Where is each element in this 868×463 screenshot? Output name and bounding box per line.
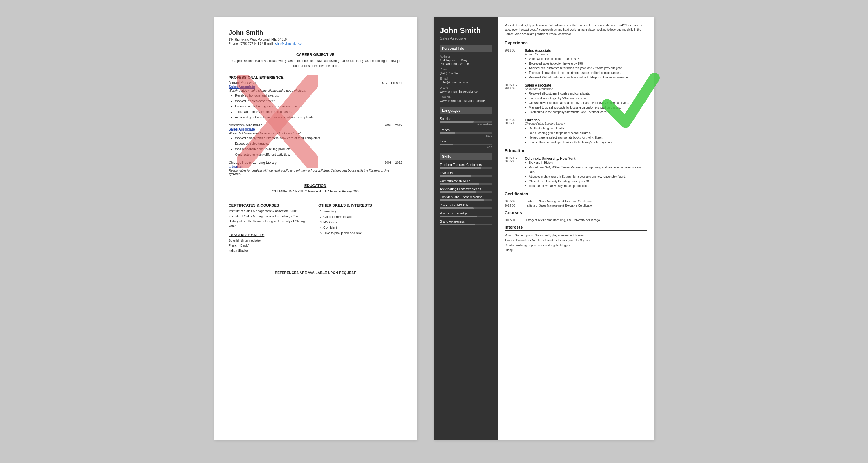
right-exp-bullets-1: Voted Sales Person of the Year in 2016. …: [525, 57, 629, 80]
left-col-right: OTHER SKILLS & INTERESTS Inventory Good …: [318, 199, 402, 253]
bullet: Dealt with the general public.: [529, 126, 613, 131]
right-exp-content-1: Sales Associate Armani Menswear Voted Sa…: [525, 49, 629, 80]
skill-5: Confident and Friendly Manner: [440, 195, 492, 199]
www-value: www.johnsmithswebsite.com: [440, 90, 492, 93]
right-sidebar: John Smith Sales Associate Personal Info…: [434, 18, 498, 440]
right-exp-title-1: Sales Associate: [525, 49, 629, 53]
right-exp-1: 2012-06 Sales Associate Armani Menswear …: [505, 49, 647, 80]
left-address: 134 Rightward Way, Portland, ME, 04019: [228, 38, 402, 41]
right-exp-bullets-3: Dealt with the general public. Ran a rea…: [525, 126, 613, 145]
left-cert-title: CERTIFICATES & COURSES: [228, 203, 312, 208]
right-edu-content-1: Columbia University, New York BA Hons in…: [525, 157, 647, 188]
right-exp-3: 2002-09 - 2006-05 Librarian Chicago Publ…: [505, 118, 647, 145]
right-main: Motivated and highly professional Sales …: [498, 18, 654, 440]
sidebar-skills-section: Skills: [440, 153, 492, 160]
skill-bar-bg-4: [440, 191, 492, 193]
list-item: Good Communication: [323, 214, 402, 220]
job-title-2: Sales Associate: [228, 127, 402, 131]
skill-bar-bg-5: [440, 199, 492, 201]
left-lang-title: LANGUAGE SKILLS: [228, 233, 312, 237]
job-desc-3: Responsible for dealing with general pub…: [228, 169, 402, 176]
right-exp-dates-1: 2012-06: [505, 49, 522, 80]
right-summary: Motivated and highly professional Sales …: [505, 23, 647, 36]
linkedin-value: www.linkedin.com/in/john-smith/: [440, 99, 492, 102]
bullet: Thorough knowledge of the department's s…: [529, 71, 629, 75]
bullet: Exceeded sales targets.: [235, 141, 402, 147]
right-course-1: 2017-01 History of Textile Manufacturing…: [505, 218, 647, 222]
skill-1: Tracking Frequent Customers: [440, 163, 492, 166]
right-exp-content-2: Sales Associate Nordstrom Menswear Resol…: [525, 83, 629, 115]
skill-4: Anticipating Customer Needs: [440, 187, 492, 191]
bullet: Consistently exceeded sales targets by a…: [529, 101, 629, 105]
right-edu-dates-1: 2002-09 - 2006-05: [505, 157, 522, 188]
bullet: Took part in many trainings and courses.: [235, 109, 402, 115]
skill-bar-bg-1: [440, 167, 492, 169]
bullet: Achieved great results in resolving cust…: [235, 115, 402, 120]
left-two-col: CERTIFICATES & COURSES Institute of Sale…: [228, 199, 402, 253]
list-item: MS Office: [323, 220, 402, 225]
lang-bar-bg-french: [440, 132, 492, 134]
bullet: Was responsible for up-selling products.: [235, 147, 402, 152]
right-exp-company-2: Nordstrom Menswear: [525, 87, 629, 91]
job-title-1: Sales Associate: [228, 85, 402, 89]
bullet: Received honours and awards.: [235, 93, 402, 98]
right-exp-dates-3: 2002-09 - 2006-05: [505, 118, 522, 145]
job-desc-1: Working at Armani, helping clients make …: [228, 89, 402, 92]
bullet: Ran a reading group for primary school c…: [529, 131, 613, 135]
bullet: Voted Sales Person of the Year in 2016.: [529, 57, 629, 61]
bullet: Helped parents select appropriate books …: [529, 135, 613, 140]
right-course-text-1: History of Textile Manufacturing, The Un…: [525, 218, 600, 222]
lang-level-italian: Basic: [440, 146, 492, 149]
lang-french: French: [440, 128, 492, 132]
company-3: Chicago Public Lending Library: [228, 161, 277, 165]
bullet: Learned how to catalogue books with the …: [529, 140, 613, 145]
bullet: Attained 78% customer satisfaction this …: [529, 66, 629, 71]
left-other-title: OTHER SKILLS & INTERESTS: [318, 203, 402, 208]
company-2: Nordstrom Menswear: [228, 123, 262, 127]
phone-value: (678) 757 9413: [440, 71, 492, 75]
right-exp-content-3: Librarian Chicago Public Lending Library…: [525, 118, 613, 145]
list-item: Confident: [323, 225, 402, 230]
skill-bar-bg-3: [440, 183, 492, 185]
right-exp-dates-2: 2008-06 - 2012-05: [505, 83, 522, 115]
left-edu-text: COLUMBIA UNIVERSITY, New York – BA Hons …: [228, 189, 402, 193]
lang-bar-fill-italian: [440, 144, 453, 145]
left-name: John Smith: [228, 29, 402, 36]
bullet: Worked in sales department.: [235, 98, 402, 104]
lang-italian: Italian: [440, 140, 492, 143]
job-bullets-2: Worked closely with customers, took care…: [228, 135, 402, 157]
bullet: Resolved all customer inquiries and comp…: [529, 91, 629, 96]
right-exp-section: Experience: [505, 40, 647, 46]
left-edu-title: EDUCATION: [228, 183, 402, 188]
list-item: Inventory: [323, 209, 402, 214]
skill-bar-bg-2: [440, 175, 492, 177]
left-cert-text: Institute of Sales Management – Associat…: [228, 209, 312, 229]
left-contact: Phone: (678) 757 9413 / E-mail: john@joh…: [228, 42, 402, 45]
bullet: Raised over $20,000 for Cancer Research …: [529, 165, 647, 175]
skill-2: Inventory: [440, 171, 492, 175]
phone-label: Phone: [440, 68, 492, 71]
right-edu-section: Education: [505, 148, 647, 154]
right-interests-text: Music - Grade 8 piano. Occasionally play…: [505, 233, 647, 253]
bullet: Resolved 92% of customer complaints with…: [529, 75, 629, 80]
skill-bar-bg-7: [440, 216, 492, 217]
right-name: John Smith: [440, 26, 492, 35]
left-col-left: CERTIFICATES & COURSES Institute of Sale…: [228, 199, 312, 253]
skill-8: Brand Awareness: [440, 220, 492, 223]
left-email-link[interactable]: john@johnsmith.com: [275, 42, 304, 45]
right-exp-2: 2008-06 - 2012-05 Sales Associate Nordst…: [505, 83, 647, 115]
skill-3: Communication Skills: [440, 179, 492, 183]
address-value: 134 Rightward Way Portland, ME, 04019: [440, 58, 492, 65]
list-item: I like to play piano and hike: [323, 230, 402, 236]
right-cert-1: 2008-07 Institute of Sales Management As…: [505, 200, 647, 203]
dates-2: 2008 – 2012: [384, 124, 402, 127]
bullet: Attended night classes in Spanish for a …: [529, 175, 647, 179]
lang-bar-fill-spanish: [440, 121, 474, 123]
right-cert-text-2: Institute of Sales Management Executive …: [525, 204, 593, 207]
bullet: BA Hons in History.: [529, 161, 647, 165]
left-divider-2: [228, 71, 402, 71]
job-desc-2: Worked at Nordstrom Menswear Sales Depar…: [228, 131, 402, 135]
email-value: John@johnsmith.com: [440, 81, 492, 84]
bullet: Exceeded sales target for the year by 25…: [529, 61, 629, 66]
sidebar-personal-section: Personal Info: [440, 45, 492, 52]
